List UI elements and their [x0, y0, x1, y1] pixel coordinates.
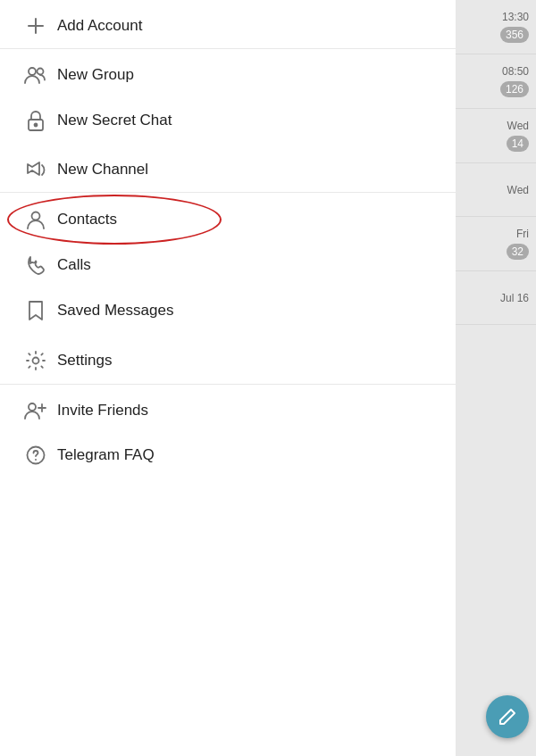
svg-point-5: [35, 124, 38, 127]
chat-row-3: Wed 14: [456, 109, 536, 163]
telegram-faq-item[interactable]: Telegram FAQ: [0, 433, 456, 478]
svg-point-9: [29, 403, 36, 411]
menu-panel: Add Account New Group: [0, 0, 456, 756]
add-account-item[interactable]: Add Account: [0, 4, 456, 49]
new-group-item[interactable]: New Group: [0, 53, 456, 97]
invite-friends-label: Invite Friends: [57, 402, 148, 420]
compose-fab[interactable]: [486, 695, 529, 738]
calls-label: Calls: [57, 256, 91, 274]
group-icon: [14, 65, 57, 85]
chat-row-1: 13:30 356: [456, 0, 536, 54]
settings-label: Settings: [57, 352, 112, 370]
telegram-faq-label: Telegram FAQ: [57, 446, 155, 464]
chat-row-5: Fri 32: [456, 217, 536, 271]
add-account-label: Add Account: [57, 17, 142, 35]
svg-point-3: [38, 69, 44, 75]
chat-badge-5: 32: [507, 244, 529, 260]
calls-icon: [14, 255, 57, 275]
chat-time-2: 08:50: [502, 65, 529, 78]
svg-point-8: [33, 358, 39, 364]
contacts-item[interactable]: Contacts: [0, 196, 456, 243]
chat-time-6: Jul 16: [500, 292, 529, 304]
lock-icon: [14, 110, 57, 131]
plus-icon: [14, 16, 57, 36]
settings-item[interactable]: Settings: [0, 337, 456, 385]
chat-panel: 13:30 356 08:50 126 Wed 14 Wed Fri 32 Ju…: [456, 0, 536, 756]
faq-icon: [14, 445, 57, 465]
new-channel-item[interactable]: New Channel: [0, 147, 456, 193]
chat-time-5: Fri: [516, 228, 529, 240]
new-secret-chat-item[interactable]: New Secret Chat: [0, 97, 456, 144]
pencil-icon: [498, 707, 517, 727]
contact-icon: [14, 209, 57, 230]
chat-row-2: 08:50 126: [456, 54, 536, 109]
chat-time-3: Wed: [507, 120, 529, 132]
chat-row-6: Jul 16: [456, 271, 536, 325]
svg-point-2: [29, 68, 36, 75]
chat-time-1: 13:30: [502, 11, 529, 23]
svg-marker-6: [28, 162, 39, 175]
invite-friends-item[interactable]: Invite Friends: [0, 388, 456, 433]
app-layout: Add Account New Group: [0, 0, 536, 756]
calls-item[interactable]: Calls: [0, 243, 456, 287]
channel-icon: [14, 160, 57, 179]
saved-messages-label: Saved Messages: [57, 302, 173, 320]
invite-icon: [14, 401, 57, 420]
chat-badge-1: 356: [500, 27, 529, 43]
svg-point-7: [32, 212, 40, 220]
saved-messages-item[interactable]: Saved Messages: [0, 287, 456, 334]
new-secret-chat-label: New Secret Chat: [57, 112, 172, 129]
svg-point-13: [35, 459, 37, 461]
new-channel-label: New Channel: [57, 161, 148, 179]
new-group-label: New Group: [57, 66, 134, 84]
chat-time-4: Wed: [507, 184, 529, 196]
contacts-label: Contacts: [57, 211, 117, 228]
chat-row-4: Wed: [456, 163, 536, 217]
chat-badge-2: 126: [500, 81, 529, 97]
bookmark-icon: [14, 300, 57, 321]
chat-badge-3: 14: [507, 136, 529, 152]
settings-icon: [14, 350, 57, 371]
